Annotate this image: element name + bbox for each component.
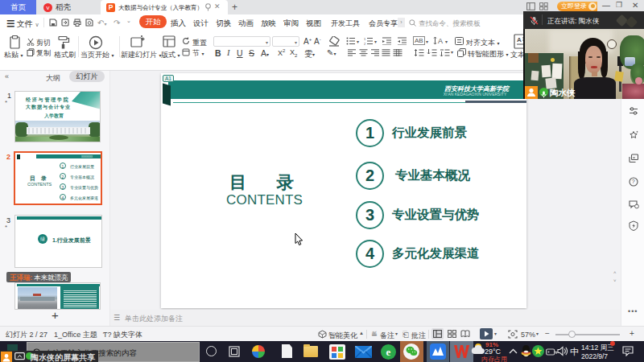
svg-text:1: 1 [364, 37, 366, 41]
svg-text:A: A [517, 36, 522, 43]
svg-text:?: ? [632, 179, 635, 184]
svg-text:2: 2 [364, 42, 366, 46]
svg-text:A: A [438, 37, 443, 45]
